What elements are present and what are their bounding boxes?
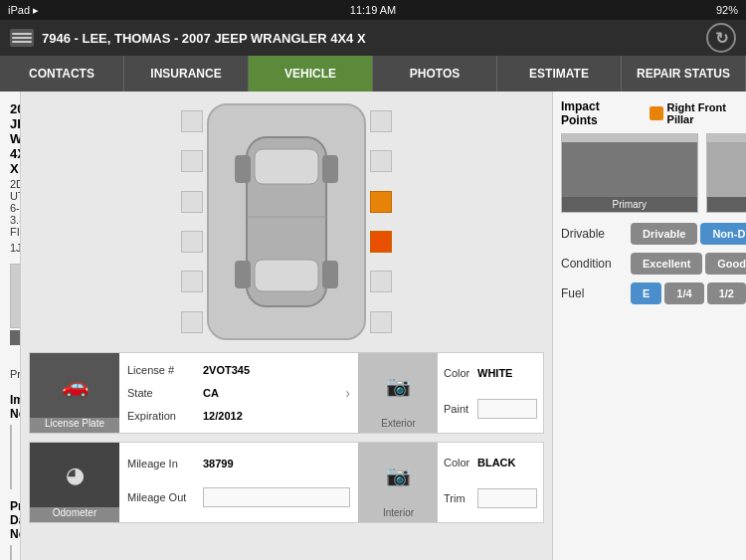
tab-vehicle[interactable]: VEHICLE <box>249 56 373 92</box>
mileage-out-label: Mileage Out <box>127 491 197 503</box>
svg-rect-6 <box>235 261 251 288</box>
svg-rect-7 <box>322 261 338 288</box>
left-panel: 2007 JEEP WRANGLER 4X4 X 2D UTV, 6-3.8L-… <box>0 92 21 560</box>
drivable-row: Drivable Drivable Non-Drivable ? <box>561 223 746 245</box>
vin-photo[interactable]: 📷 <box>10 264 21 328</box>
interior-photo[interactable]: 📷 Interior <box>358 443 438 522</box>
impact-notes-box[interactable] <box>10 425 12 489</box>
svg-rect-4 <box>235 155 251 183</box>
ext-label: Exterior <box>381 418 415 429</box>
impact-points-label: Impact Points <box>561 99 640 127</box>
license-number-row: License # 2VOT345 <box>127 364 350 376</box>
tab-contacts[interactable]: CONTACTS <box>0 56 124 92</box>
primary-photo-card[interactable]: Primary <box>561 133 698 213</box>
state-label: State <box>127 387 197 399</box>
impact-left-4[interactable] <box>181 231 203 253</box>
excellent-btn[interactable]: Excellent <box>631 253 702 275</box>
fuel-half-btn[interactable]: 1/2 <box>707 282 746 304</box>
menu-icon[interactable] <box>10 29 34 47</box>
impact-left-1[interactable] <box>181 110 203 132</box>
tab-repair-status[interactable]: REPAIR STATUS <box>622 56 746 92</box>
secondary-label: Secondary <box>707 197 747 212</box>
impact-right-3[interactable] <box>370 191 392 213</box>
primary-photo <box>562 142 697 197</box>
impact-right-6[interactable] <box>370 311 392 333</box>
drivable-label: Drivable <box>561 227 631 241</box>
impact-right-1[interactable] <box>370 110 392 132</box>
condition-label: Condition <box>561 257 631 271</box>
paint-input[interactable] <box>477 399 537 419</box>
color-value: WHITE <box>477 367 527 379</box>
center-panel: 🚗 License Plate License # 2VOT345 State … <box>21 92 552 560</box>
secondary-photo: 📷 <box>707 142 747 197</box>
impact-left-2[interactable] <box>181 150 203 172</box>
impact-right-4[interactable] <box>370 231 392 253</box>
odometer-color-fields: Color BLACK Trim <box>438 443 543 522</box>
expiration-value: 12/2012 <box>203 410 350 422</box>
impact-right-5[interactable] <box>370 271 392 292</box>
main-content: 2007 JEEP WRANGLER 4X4 X 2D UTV, 6-3.8L-… <box>0 92 746 560</box>
state-value: CA <box>203 387 339 399</box>
impact-left-6[interactable] <box>181 311 203 333</box>
impact-left-3[interactable] <box>181 191 203 213</box>
color-fields: Color WHITE Paint <box>438 353 543 433</box>
right-impact-col <box>370 103 392 340</box>
svg-rect-2 <box>255 260 318 291</box>
tab-estimate[interactable]: ESTIMATE <box>497 56 622 92</box>
trim-label: Trim <box>444 492 473 504</box>
mileage-in-value: 38799 <box>203 458 350 469</box>
mileage-out-input[interactable] <box>203 487 350 507</box>
header-title: 7946 - LEE, THOMAS - 2007 JEEP WRANGLER … <box>42 31 366 46</box>
state-chevron-icon[interactable]: › <box>345 385 350 401</box>
int-label: Interior <box>383 507 414 518</box>
camera-icon-ext: 📷 <box>386 353 411 418</box>
car-diagram <box>29 99 544 344</box>
drivable-buttons: Drivable Non-Drivable ? <box>631 223 746 245</box>
license-fields: License # 2VOT345 State CA › Expiration … <box>119 353 358 433</box>
fuel-e-btn[interactable]: E <box>631 282 661 304</box>
status-left: iPad ▸ <box>8 4 39 17</box>
license-photo-label: License Plate <box>45 418 104 429</box>
exterior-photo[interactable]: 📷 Exterior <box>358 353 438 433</box>
back-button[interactable]: ↻ <box>706 23 736 53</box>
int-color-value: BLACK <box>477 457 527 468</box>
impact-right-2[interactable] <box>370 150 392 172</box>
status-bar: iPad ▸ 11:19 AM 92% <box>0 0 746 20</box>
data-cards: 🚗 License Plate License # 2VOT345 State … <box>29 352 544 523</box>
trim-row: Trim <box>444 488 537 508</box>
fuel-quarter-btn[interactable]: 1/4 <box>664 282 703 304</box>
car-top-view <box>207 103 366 340</box>
color-row: Color WHITE <box>444 367 537 379</box>
drivable-btn[interactable]: Drivable <box>631 223 697 245</box>
fuel-buttons: E 1/4 1/2 3/4 F <box>631 282 746 304</box>
trim-input[interactable] <box>477 488 537 508</box>
tab-photos[interactable]: PHOTOS <box>373 56 497 92</box>
state-row: State CA › <box>127 385 350 401</box>
non-drivable-btn[interactable]: Non-Drivable <box>700 223 746 245</box>
odometer-photo[interactable]: ◕ Odometer <box>30 443 119 522</box>
orange-dot-icon <box>650 106 663 120</box>
impact-photos: Primary 📷 Secondary <box>561 133 746 213</box>
license-photo[interactable]: 🚗 License Plate <box>30 353 119 433</box>
prior-damage-box[interactable] <box>10 545 12 560</box>
mileage-in-row: Mileage In 38799 <box>127 458 350 469</box>
camera-icon-int: 📷 <box>386 443 411 507</box>
license-value: 2VOT345 <box>203 364 350 376</box>
tab-insurance[interactable]: INSURANCE <box>124 56 249 92</box>
mileage-out-row: Mileage Out <box>127 487 350 507</box>
car-svg <box>227 117 346 326</box>
secondary-photo-card[interactable]: 📷 Secondary <box>706 133 747 213</box>
color-label: Color <box>444 367 473 379</box>
int-color-label: Color <box>444 457 473 468</box>
good-btn[interactable]: Good <box>705 253 746 275</box>
impact-left-5[interactable] <box>181 271 203 292</box>
nav-tabs: CONTACTS INSURANCE VEHICLE PHOTOS ESTIMA… <box>0 56 746 92</box>
license-card: 🚗 License Plate License # 2VOT345 State … <box>29 352 544 434</box>
expiration-label: Expiration <box>127 410 197 422</box>
status-time: 11:19 AM <box>350 4 396 16</box>
impact-point-1: Right Front Pillar <box>650 101 746 125</box>
vin-photo-label: VIN Number <box>10 330 21 345</box>
svg-rect-5 <box>322 155 338 183</box>
fuel-label: Fuel <box>561 286 631 300</box>
int-color-row: Color BLACK <box>444 457 537 468</box>
